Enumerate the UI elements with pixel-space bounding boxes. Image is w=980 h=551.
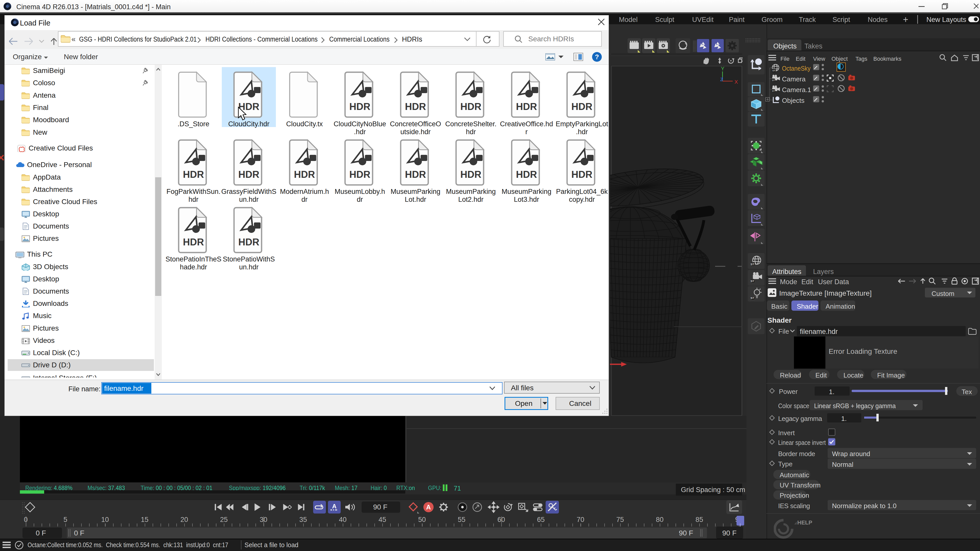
svg-text:ST: ST: [772, 90, 775, 92]
svg-text:HDR: HDR: [571, 169, 592, 180]
svg-text:HELP: HELP: [797, 519, 812, 526]
svg-text:HDR: HDR: [516, 169, 537, 180]
svg-text:?: ?: [595, 53, 599, 61]
svg-text:HDR: HDR: [571, 101, 592, 112]
svg-text:HDR: HDR: [349, 169, 370, 180]
svg-text:HDR: HDR: [183, 169, 204, 180]
svg-text:HDR: HDR: [294, 169, 315, 180]
svg-text:A: A: [426, 503, 431, 511]
svg-text:HDR: HDR: [239, 237, 259, 248]
svg-text:Y: Y: [721, 67, 724, 71]
svg-text:ST: ST: [751, 263, 754, 266]
svg-text:HDR: HDR: [516, 101, 537, 112]
svg-text:A: A: [332, 503, 336, 510]
svg-text:ST: ST: [772, 79, 775, 82]
svg-text:HDR: HDR: [405, 169, 426, 180]
svg-text:HDR: HDR: [405, 101, 426, 112]
svg-text:ST: ST: [751, 297, 754, 300]
svg-text:ST: ST: [772, 69, 775, 72]
svg-text:X: X: [735, 79, 738, 85]
svg-text:HDR: HDR: [349, 101, 370, 112]
svg-text:HDR: HDR: [239, 169, 259, 180]
svg-text:HDR: HDR: [183, 237, 204, 248]
svg-text:HDR: HDR: [460, 101, 481, 112]
svg-text:ST: ST: [751, 279, 754, 283]
svg-text:HDR: HDR: [460, 169, 481, 180]
